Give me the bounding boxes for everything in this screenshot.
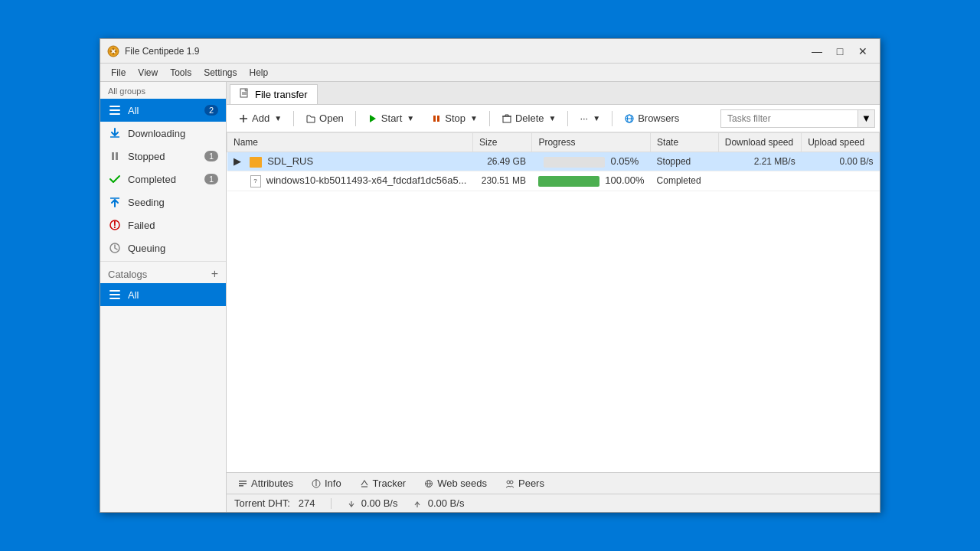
sidebar-completed-label: Completed — [128, 174, 204, 185]
tasks-filter-dropdown[interactable]: ▼ — [858, 109, 875, 128]
sidebar-stopped-label: Stopped — [128, 151, 204, 162]
row-win-size: 230.51 MB — [472, 171, 531, 191]
main-content: All groups All 2 Downloading — [100, 82, 880, 512]
add-button[interactable]: Add ▼ — [231, 109, 289, 128]
file-icon: ? — [250, 175, 261, 187]
sidebar-item-queuing[interactable]: Queuing — [100, 236, 226, 259]
bottom-tab-webseeds[interactable]: Web seeds — [416, 474, 495, 493]
svg-rect-26 — [437, 116, 439, 122]
sidebar-seeding-label: Seeding — [128, 197, 218, 208]
tab-tracker-label: Tracker — [373, 478, 407, 489]
col-header-progress[interactable]: Progress — [532, 133, 651, 152]
start-arrow: ▼ — [407, 114, 414, 122]
row-win-ulspeed — [802, 171, 880, 191]
sidebar-item-stopped[interactable]: Stopped 1 — [100, 145, 226, 168]
sidebar-catalog-all[interactable]: All — [100, 283, 226, 306]
bottom-tabs: Attributes i Info Tracker Web seeds Peer… — [227, 472, 880, 494]
table-row[interactable]: ? windows10-kb5011493-x64_fdcdaf1dc56a5.… — [227, 171, 880, 191]
titlebar-title: File Centipede 1.9 — [125, 46, 806, 57]
menu-tools[interactable]: Tools — [164, 66, 198, 80]
menu-settings[interactable]: Settings — [198, 66, 243, 80]
table-header: Name Size Progress State Download speed … — [227, 133, 880, 152]
svg-rect-11 — [116, 152, 118, 160]
browsers-button[interactable]: Browsers — [617, 109, 686, 128]
attributes-icon — [238, 479, 247, 488]
tab-file-transfer-label: File transfer — [255, 89, 308, 100]
delete-button[interactable]: Delete ▼ — [495, 109, 563, 128]
toolbar-sep-5 — [612, 111, 612, 126]
sidebar-item-all[interactable]: All 2 — [100, 99, 226, 122]
file-transfer-icon — [240, 88, 250, 101]
open-label: Open — [319, 112, 344, 124]
browsers-label: Browsers — [638, 112, 679, 124]
svg-rect-10 — [112, 152, 114, 160]
progress-bar-fill — [538, 176, 599, 187]
row-sdl-name: ▶ SDL_RUS — [227, 152, 473, 171]
svg-point-41 — [507, 481, 510, 484]
peers-icon — [505, 479, 514, 488]
app-window: File Centipede 1.9 — □ ✕ File View Tools… — [100, 38, 880, 513]
download-status-icon — [347, 500, 356, 509]
menu-help[interactable]: Help — [243, 66, 275, 80]
table-body: ▶ SDL_RUS 26.49 GB 0.05% — [227, 152, 880, 191]
close-button[interactable]: ✕ — [852, 43, 874, 60]
statusbar: Torrent DHT: 274 0.00 B/s 0.00 B/s — [227, 494, 880, 512]
sidebar-failed-label: Failed — [128, 220, 218, 231]
svg-rect-16 — [109, 290, 120, 292]
bottom-tab-tracker[interactable]: Tracker — [351, 474, 415, 493]
statusbar-sep — [331, 498, 332, 509]
dl-speed-status: 0.00 B/s — [347, 497, 398, 509]
tasks-filter-input[interactable] — [720, 109, 858, 128]
bottom-tab-info[interactable]: i Info — [303, 474, 350, 493]
torrent-dht-label: Torrent DHT: 274 — [234, 497, 315, 509]
toolbar: Add ▼ Open Start ▼ — [227, 105, 880, 132]
catalogs-label: Catalogs — [108, 269, 147, 280]
svg-rect-32 — [239, 481, 247, 482]
col-header-name[interactable]: Name — [227, 133, 473, 152]
row-win-state: Completed — [651, 171, 719, 191]
tab-bar: File transfer — [227, 82, 880, 105]
col-header-dlspeed[interactable]: Download speed — [718, 133, 801, 152]
sidebar-item-downloading[interactable]: Downloading — [100, 122, 226, 145]
tab-file-transfer[interactable]: File transfer — [230, 84, 318, 104]
row-expander[interactable]: ▶ — [234, 155, 244, 167]
delete-arrow: ▼ — [548, 114, 556, 122]
col-header-state[interactable]: State — [651, 133, 719, 152]
tracker-icon — [360, 479, 369, 488]
files-table: Name Size Progress State Download speed … — [227, 132, 880, 191]
svg-rect-27 — [503, 116, 511, 122]
sidebar: All groups All 2 Downloading — [100, 82, 227, 512]
menu-view[interactable]: View — [132, 66, 164, 80]
ul-speed-status: 0.00 B/s — [413, 497, 464, 509]
delete-label: Delete — [515, 112, 544, 124]
sidebar-item-completed[interactable]: Completed 1 — [100, 168, 226, 191]
start-button[interactable]: Start ▼ — [361, 109, 421, 128]
col-header-size[interactable]: Size — [472, 133, 531, 152]
bottom-tab-attributes[interactable]: Attributes — [230, 474, 302, 493]
stop-button[interactable]: Stop ▼ — [424, 109, 485, 128]
more-label: ··· — [580, 112, 588, 124]
open-button[interactable]: Open — [299, 109, 351, 128]
catalogs-add-button[interactable]: + — [211, 268, 218, 280]
svg-text:i: i — [315, 479, 317, 488]
more-button[interactable]: ··· ▼ — [573, 109, 607, 128]
table-row[interactable]: ▶ SDL_RUS 26.49 GB 0.05% — [227, 152, 880, 171]
svg-rect-7 — [109, 109, 120, 111]
col-header-ulspeed[interactable]: Upload speed — [802, 133, 880, 152]
svg-rect-25 — [433, 116, 436, 122]
row-sdl-size: 26.49 GB — [472, 152, 531, 171]
svg-point-2 — [113, 47, 115, 50]
minimize-button[interactable]: — — [806, 43, 828, 60]
menu-file[interactable]: File — [105, 66, 132, 80]
row-win-progress: 100.00% — [532, 171, 651, 191]
tab-info-label: Info — [325, 478, 341, 489]
tab-webseeds-label: Web seeds — [437, 478, 487, 489]
bottom-tab-peers[interactable]: Peers — [497, 474, 553, 493]
row-sdl-dlspeed: 2.21 MB/s — [718, 152, 801, 171]
sidebar-stopped-badge: 1 — [204, 151, 218, 161]
sidebar-item-failed[interactable]: ! Failed — [100, 214, 226, 236]
maximize-button[interactable]: □ — [829, 43, 851, 60]
sidebar-item-seeding[interactable]: Seeding — [100, 191, 226, 214]
seeding-icon — [108, 195, 122, 209]
stop-arrow: ▼ — [470, 114, 478, 122]
